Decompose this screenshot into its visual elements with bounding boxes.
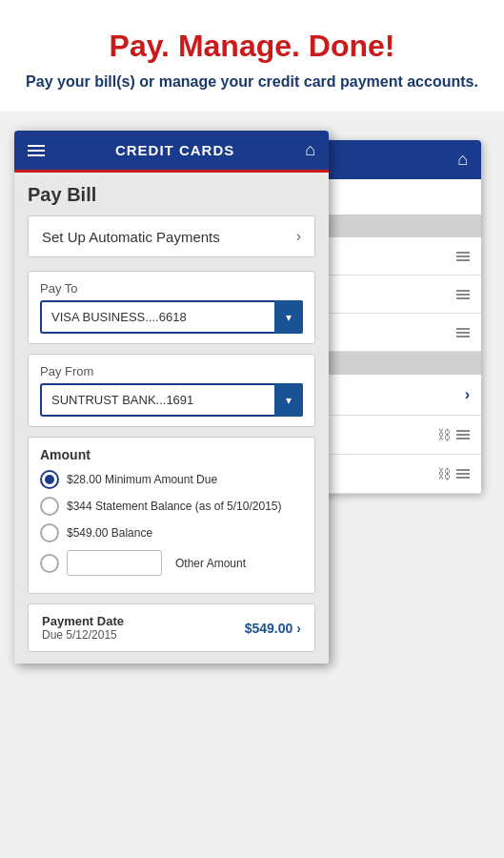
main-title: Pay. Manage. Done! (19, 29, 485, 64)
payment-date-left: Payment Date Due 5/12/2015 (42, 614, 124, 642)
account-icons: ⛓ (437, 427, 470, 442)
amount-section: Amount $28.00 Minimum Amount Due $344 St… (28, 437, 315, 594)
payment-date-amount[interactable]: $549.00 › (245, 621, 301, 636)
link-icon: ⛓ (437, 427, 451, 442)
chevron-right-icon: › (296, 228, 301, 245)
bars-icon[interactable] (456, 328, 470, 337)
pay-bill-section: Pay Bill Set Up Automatic Payments › Pay… (14, 173, 329, 664)
hamburger-icon[interactable] (28, 145, 45, 156)
cards-container: CREDIT CARDS ⌂ Payment Accounts Linked A… (14, 131, 490, 741)
radio-label-balance: $549.00 Balance (67, 526, 152, 540)
setup-payments-button[interactable]: Set Up Automatic Payments › (28, 215, 315, 257)
radio-button-balance[interactable] (40, 523, 59, 542)
front-card: CREDIT CARDS ⌂ Pay Bill Set Up Automatic… (14, 131, 329, 664)
link-icon: ⛓ (437, 466, 451, 481)
pay-from-select-wrapper[interactable]: SUNTRUST BANK...1691 ▾ (40, 383, 303, 417)
radio-button-min[interactable] (40, 470, 59, 489)
radio-button-statement[interactable] (40, 497, 59, 516)
front-card-header: CREDIT CARDS ⌂ (14, 131, 329, 173)
bars-icon[interactable] (456, 252, 470, 261)
pay-from-section: Pay From SUNTRUST BANK...1691 ▾ (28, 354, 315, 427)
amount-label: Amount (40, 447, 303, 462)
radio-row-other[interactable]: Other Amount (40, 550, 303, 576)
payment-date-chevron-icon: › (296, 621, 301, 636)
pay-bill-title: Pay Bill (28, 184, 315, 206)
pay-to-select[interactable]: VISA BUSINESS....6618 (40, 300, 303, 334)
payment-amount-value: $549.00 (245, 621, 293, 636)
pay-to-select-wrapper[interactable]: VISA BUSINESS....6618 ▾ (40, 300, 303, 334)
bars-icon[interactable] (456, 469, 470, 479)
payment-date-label: Payment Date (42, 614, 124, 628)
radio-label-min: $28.00 Minimum Amount Due (67, 473, 217, 486)
front-card-title: CREDIT CARDS (115, 142, 234, 158)
bars-icon[interactable] (456, 430, 470, 439)
account-icons: ⛓ (437, 466, 470, 481)
payment-date-due: Due 5/12/2015 (42, 628, 124, 642)
bars-icon[interactable] (456, 290, 470, 299)
home-icon-front[interactable]: ⌂ (305, 140, 315, 160)
setup-payments-label: Set Up Automatic Payments (42, 229, 220, 245)
pay-from-select[interactable]: SUNTRUST BANK...1691 (40, 383, 303, 417)
radio-button-other[interactable] (40, 554, 59, 573)
pay-to-label: Pay To (40, 281, 303, 296)
radio-row-statement[interactable]: $344 Statement Balance (as of 5/10/2015) (40, 497, 303, 516)
home-icon-back[interactable]: ⌂ (457, 150, 468, 170)
radio-label-other: Other Amount (175, 557, 246, 570)
payment-date-row[interactable]: Payment Date Due 5/12/2015 $549.00 › (28, 603, 315, 652)
pay-to-section: Pay To VISA BUSINESS....6618 ▾ (28, 271, 315, 344)
radio-label-statement: $344 Statement Balance (as of 5/10/2015) (67, 500, 282, 513)
radio-row-min[interactable]: $28.00 Minimum Amount Due (40, 470, 303, 489)
pay-from-label: Pay From (40, 364, 303, 378)
chevron-right-icon: › (465, 386, 470, 403)
radio-row-balance[interactable]: $549.00 Balance (40, 523, 303, 542)
main-subtitle: Pay your bill(s) or manage your credit c… (19, 72, 485, 92)
other-amount-input[interactable] (67, 550, 162, 576)
header-section: Pay. Manage. Done! Pay your bill(s) or m… (0, 0, 504, 112)
